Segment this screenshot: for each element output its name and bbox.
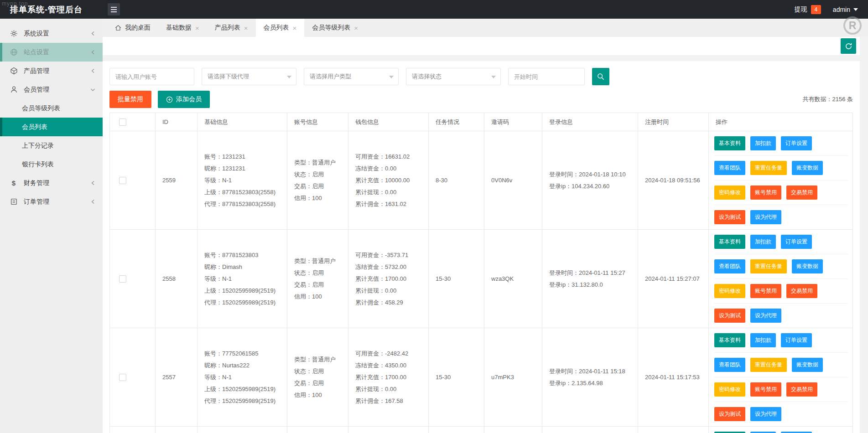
sidebar-item-bank-card-list[interactable]: 银行卡列表 [0, 155, 103, 174]
sidebar-item-order-management[interactable]: 订单管理 [0, 192, 103, 211]
order-settings-button[interactable]: 订单设置 [781, 136, 812, 150]
select-all-checkbox[interactable] [119, 119, 126, 126]
member-list-panel: 请选择下级代理 请选择用户类型 请选择状态 [103, 61, 860, 433]
view-team-button[interactable]: 查看团队 [714, 358, 745, 372]
adjust-funds-button[interactable]: 加扣款 [750, 333, 776, 347]
add-member-button[interactable]: 添加会员 [158, 91, 210, 108]
row-checkbox[interactable] [119, 275, 126, 283]
reset-tasks-button[interactable]: 重置任务量 [750, 259, 787, 273]
balance-log-button[interactable]: 账变数据 [792, 259, 823, 273]
basic-info-button[interactable]: 基本资料 [714, 136, 745, 150]
withdraw-link[interactable]: 提现 4 [795, 5, 821, 14]
reset-tasks-button[interactable]: 重置任务量 [750, 161, 787, 175]
close-icon[interactable]: × [244, 25, 248, 31]
close-icon[interactable]: × [293, 25, 297, 31]
column-header-login-info: 登录信息 [542, 113, 638, 131]
kv-line: 等级：N-1 [204, 371, 287, 383]
kv-line: 代理：15202595989(2519) [204, 395, 287, 407]
kv-line: 累计提现：0.00 [355, 186, 428, 198]
disable-trade-button[interactable]: 交易禁用 [786, 382, 817, 397]
kv-line: 累计充值：1700.00 [355, 273, 428, 285]
action-button-row: 设为测试设为代理 [714, 205, 848, 229]
account-info-cell: 类型：普通用户状态：启用交易：启用信用：100 [287, 131, 348, 230]
kv-line: 可用资金：-2482.42 [355, 348, 428, 360]
balance-log-button[interactable]: 账变数据 [792, 358, 823, 372]
adjust-funds-button[interactable]: 加扣款 [750, 136, 776, 150]
tab-base-data[interactable]: 基础数据 × [158, 19, 207, 37]
close-icon[interactable]: × [354, 25, 358, 31]
reset-tasks-button[interactable]: 重置任务量 [750, 358, 787, 372]
kv-line: 账号：87781523803 [204, 249, 287, 261]
hamburger-menu-icon[interactable] [108, 3, 120, 15]
change-password-button[interactable]: 密码修改 [714, 382, 745, 397]
kv-line: 累计佣金：1631.02 [355, 198, 428, 210]
action-button-row: 密码修改账号禁用交易禁用 [714, 279, 848, 304]
balance-log-button[interactable]: 账变数据 [792, 161, 823, 175]
sidebar-item-product-management[interactable]: 产品管理 [0, 62, 103, 80]
close-icon[interactable]: × [195, 25, 199, 31]
member-id-cell: 2558 [156, 230, 198, 328]
view-team-button[interactable]: 查看团队 [714, 259, 745, 273]
chevron-left-icon [91, 50, 95, 55]
user-type-select[interactable]: 请选择用户类型 [304, 68, 399, 85]
set-test-button[interactable]: 设为测试 [714, 309, 745, 323]
disable-trade-button[interactable]: 交易禁用 [786, 284, 817, 298]
kv-line: 信用：100 [294, 389, 348, 401]
disable-account-button[interactable]: 账号禁用 [750, 284, 781, 298]
set-agent-button[interactable]: 设为代理 [750, 210, 781, 224]
column-header-task-status: 任务情况 [429, 113, 484, 131]
change-password-button[interactable]: 密码修改 [714, 186, 745, 200]
filter-bar: 请选择下级代理 请选择用户类型 请选择状态 [109, 68, 853, 85]
set-agent-button[interactable]: 设为代理 [750, 309, 781, 323]
action-button-row: 查看团队重置任务量账变数据 [714, 353, 848, 377]
disable-trade-button[interactable]: 交易禁用 [786, 186, 817, 200]
row-checkbox[interactable] [119, 177, 126, 184]
tab-my-desktop[interactable]: 我的桌面 [107, 19, 158, 37]
account-search-input[interactable] [109, 68, 194, 85]
order-settings-button[interactable]: 订单设置 [781, 333, 812, 347]
account-info-cell: 类型：普通用户状态：启用交易：启用信用：100 [287, 328, 348, 427]
sidebar-item-finance-management[interactable]: $ 财务管理 [0, 174, 103, 192]
sidebar-item-member-level-list[interactable]: 会员等级列表 [0, 99, 103, 118]
disable-account-button[interactable]: 账号禁用 [750, 186, 781, 200]
sidebar-item-member-management[interactable]: 会员管理 [0, 80, 103, 99]
refresh-button[interactable] [841, 38, 856, 54]
adjust-funds-button[interactable]: 加扣款 [750, 235, 776, 249]
tab-product-list[interactable]: 产品列表 × [207, 19, 256, 37]
sidebar-item-site-settings[interactable]: 站点设置 [0, 43, 103, 62]
chevron-left-icon [91, 180, 95, 186]
sidebar-item-member-list[interactable]: 会员列表 [0, 118, 103, 136]
set-test-button[interactable]: 设为测试 [714, 407, 745, 421]
tab-member-level-list[interactable]: 会员等级列表 × [304, 19, 366, 37]
basic-info-button[interactable]: 基本资料 [714, 333, 745, 347]
kv-line: 昵称：Dimash [204, 261, 287, 273]
disable-account-button[interactable]: 账号禁用 [750, 382, 781, 397]
batch-disable-button[interactable]: 批量禁用 [109, 91, 151, 108]
kv-line: 可用资金：16631.02 [355, 151, 428, 163]
view-team-button[interactable]: 查看团队 [714, 161, 745, 175]
tab-member-list[interactable]: 会员列表 × [256, 19, 305, 37]
login-info-cell: 登录时间：2024-01-11 15:18登录ip：2.135.64.98 [542, 328, 638, 427]
order-settings-button[interactable]: 订单设置 [781, 235, 812, 249]
basic-info-button[interactable]: 基本资料 [714, 235, 745, 249]
row-checkbox[interactable] [119, 374, 126, 381]
kv-line: 上级：15202595989(2519) [204, 285, 287, 297]
kv-line: 信用：100 [294, 291, 348, 303]
kv-line: 登录ip：104.234.20.60 [549, 180, 638, 192]
column-header-basic-info: 基础信息 [198, 113, 287, 131]
set-test-button[interactable]: 设为测试 [714, 210, 745, 224]
action-button-row: 基本资料加扣款订单设置 [714, 230, 848, 254]
change-password-button[interactable]: 密码修改 [714, 284, 745, 298]
set-agent-button[interactable]: 设为代理 [750, 407, 781, 421]
search-button[interactable] [592, 68, 609, 85]
user-menu[interactable]: admin [833, 6, 858, 13]
task-status-cell: 15-30 [429, 230, 484, 328]
agent-select[interactable]: 请选择下级代理 [202, 68, 296, 85]
member-table: ID 基础信息 账号信息 钱包信息 任务情况 邀请码 登录信息 注册时间 操作 … [109, 113, 853, 433]
invite-code-cell: u7mPK3 [484, 328, 542, 427]
status-select[interactable]: 请选择状态 [406, 68, 501, 85]
sidebar-item-system-settings[interactable]: 系统设置 [0, 24, 103, 43]
kv-line: 状态：启用 [294, 267, 348, 279]
sidebar-item-score-records[interactable]: 上下分记录 [0, 136, 103, 155]
start-time-input[interactable] [508, 68, 585, 85]
